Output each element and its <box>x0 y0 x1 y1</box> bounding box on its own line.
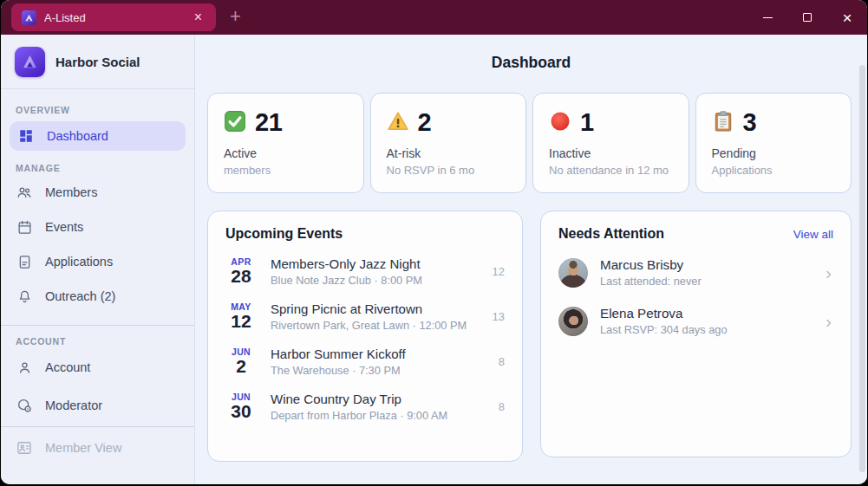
event-attendee-count: 13 <box>493 310 505 323</box>
person-icon <box>16 359 33 376</box>
event-attendee-count: 8 <box>499 400 505 413</box>
tab-title: A-Listed <box>44 11 191 24</box>
browser-tab[interactable]: A-Listed × <box>11 3 216 31</box>
sidebar-item-moderator[interactable]: Moderator <box>8 386 187 424</box>
stat-value: 3 <box>743 108 757 137</box>
harbor-social-logo-icon <box>15 47 45 77</box>
section-label-account: ACCOUNT <box>16 336 180 347</box>
person-status: Last RSVP: 304 days ago <box>600 323 826 336</box>
sidebar-item-label: Account <box>45 360 90 374</box>
window-controls: × <box>747 0 867 35</box>
brand-name: Harbor Social <box>55 55 140 69</box>
stat-label: Pending <box>712 146 836 160</box>
event-date: JUN 2 <box>225 347 257 376</box>
event-day: 12 <box>225 312 257 331</box>
attention-person-row[interactable]: Marcus Brisby Last attended: never › <box>558 257 833 288</box>
main-content: Dashboard 21 Active members <box>195 35 867 484</box>
event-attendee-count: 12 <box>493 265 505 278</box>
event-detail: The Warehouse · 7:30 PM <box>271 364 492 377</box>
titlebar: A-Listed × + × <box>1 0 867 35</box>
dashboard-grid-icon <box>17 127 35 145</box>
stat-sublabel: Applications <box>712 164 836 177</box>
new-tab-button[interactable]: + <box>230 7 241 28</box>
chevron-right-icon: › <box>826 263 833 282</box>
view-all-link[interactable]: View all <box>793 228 833 241</box>
event-title: Members-Only Jazz Night <box>271 256 486 271</box>
needs-attention-title: Needs Attention <box>558 226 664 242</box>
warning-triangle-icon <box>387 110 409 136</box>
event-row: JUN 2 Harbor Summer Kickoff The Warehous… <box>225 347 505 377</box>
event-day: 2 <box>225 357 257 376</box>
sidebar-item-account[interactable]: Account <box>8 348 187 386</box>
sidebar-item-label: Dashboard <box>47 129 108 143</box>
event-title: Wine Country Day Trip <box>271 392 492 406</box>
event-title: Spring Picnic at Rivertown <box>271 301 486 316</box>
event-date: APR 28 <box>225 256 257 286</box>
sidebar-item-label: Outreach (2) <box>45 289 115 303</box>
sidebar-item-label: Events <box>45 220 83 234</box>
sidebar-item-member-view[interactable]: Member View <box>8 427 187 469</box>
stat-sublabel: No RSVP in 6 mo <box>387 164 511 177</box>
sidebar-item-label: Applications <box>45 255 113 269</box>
tab-favicon-icon <box>22 10 36 25</box>
section-label-manage: MANAGE <box>16 163 180 173</box>
upcoming-events-title: Upcoming Events <box>225 226 505 242</box>
sidebar: Harbor Social OVERVIEW Dashboard MANAGE <box>1 35 195 484</box>
sidebar-item-dashboard[interactable]: Dashboard <box>10 121 186 151</box>
stat-value: 2 <box>418 108 432 137</box>
event-attendee-count: 8 <box>499 355 505 368</box>
stat-card-active: 21 Active members <box>207 93 364 193</box>
brand-header: Harbor Social <box>1 35 194 89</box>
event-date: JUN 30 <box>225 392 257 421</box>
document-icon <box>16 253 33 270</box>
event-detail: Rivertown Park, Great Lawn · 12:00 PM <box>271 319 486 332</box>
stat-value: 21 <box>255 108 282 137</box>
id-card-icon <box>16 439 33 457</box>
avatar <box>558 258 588 288</box>
sidebar-item-label: Member View <box>45 441 121 455</box>
stat-sublabel: No attendance in 12 mo <box>549 164 673 177</box>
minimize-icon <box>763 17 773 18</box>
calendar-icon <box>16 218 33 236</box>
event-detail: Blue Note Jazz Club · 8:00 PM <box>271 274 486 287</box>
event-day: 30 <box>225 402 257 421</box>
stat-label: Active <box>224 146 348 160</box>
section-label-overview: OVERVIEW <box>16 105 180 115</box>
moderator-badge-icon <box>16 397 33 414</box>
stat-value: 1 <box>580 108 594 137</box>
close-button[interactable]: × <box>827 0 867 35</box>
sidebar-item-events[interactable]: Events <box>8 210 187 244</box>
clipboard-icon <box>712 110 734 136</box>
sidebar-divider <box>1 325 194 326</box>
chevron-right-icon: › <box>826 312 833 330</box>
maximize-button[interactable] <box>787 0 827 35</box>
upcoming-events-panel: Upcoming Events APR 28 Members-Only Jazz… <box>207 211 523 462</box>
page-title: Dashboard <box>195 54 867 72</box>
stat-label: Inactive <box>549 146 673 160</box>
sidebar-nav: OVERVIEW Dashboard MANAGE <box>1 89 194 469</box>
green-check-icon <box>224 110 246 136</box>
needs-attention-panel: Needs Attention View all Marcus Brisby L… <box>540 211 852 457</box>
stat-card-inactive: 1 Inactive No attendance in 12 mo <box>532 93 689 193</box>
person-status: Last attended: never <box>600 275 826 288</box>
event-row: JUN 30 Wine Country Day Trip Depart from… <box>225 392 505 422</box>
event-detail: Depart from Harbor Plaza · 9:00 AM <box>271 409 492 422</box>
sidebar-item-applications[interactable]: Applications <box>8 244 187 279</box>
maximize-icon <box>803 13 812 22</box>
sidebar-item-members[interactable]: Members <box>8 175 187 210</box>
attention-person-row[interactable]: Elena Petrova Last RSVP: 304 days ago › <box>558 306 833 336</box>
red-circle-icon <box>549 110 571 136</box>
stat-label: At-risk <box>387 146 511 160</box>
tab-close-icon[interactable]: × <box>191 9 206 26</box>
sidebar-item-outreach[interactable]: Outreach (2) <box>8 279 187 314</box>
avatar <box>558 307 588 336</box>
person-name: Elena Petrova <box>600 306 826 321</box>
event-title: Harbor Summer Kickoff <box>271 347 492 361</box>
stat-cards-row: 21 Active members 2 <box>207 93 852 193</box>
minimize-button[interactable] <box>747 0 787 35</box>
stat-card-pending: 3 Pending Applications <box>695 93 852 193</box>
scrollbar-thumb[interactable] <box>859 65 865 472</box>
bell-icon <box>16 288 33 305</box>
event-row: MAY 12 Spring Picnic at Rivertown Rivert… <box>225 301 505 332</box>
person-name: Marcus Brisby <box>600 257 826 272</box>
